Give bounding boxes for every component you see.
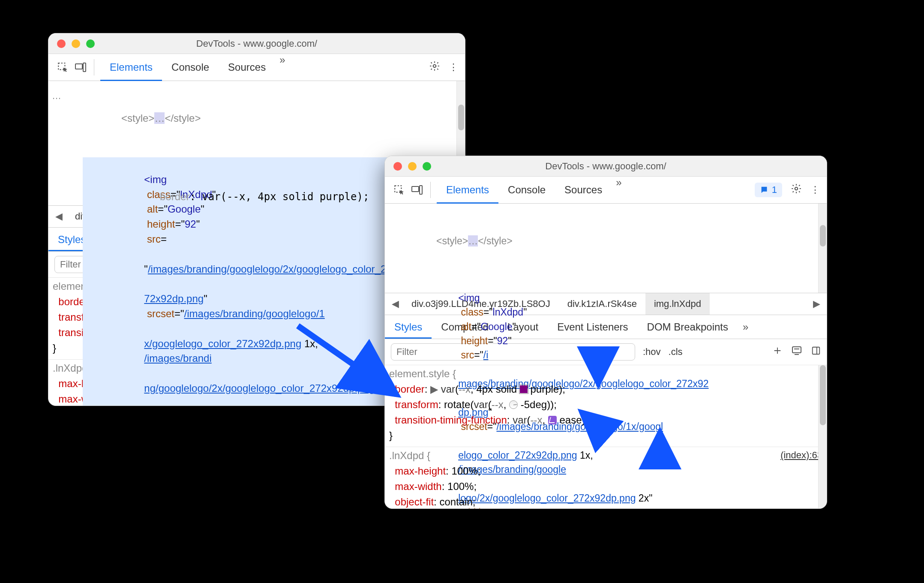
issues-badge[interactable]: 1 [755, 183, 782, 197]
tabs-overflow-icon[interactable]: » [612, 177, 626, 204]
tab-console[interactable]: Console [162, 54, 219, 81]
inspect-icon[interactable] [392, 183, 406, 197]
tab-sources[interactable]: Sources [555, 177, 612, 204]
titlebar[interactable]: DevTools - www.google.com/ [385, 156, 827, 177]
selector-class: .lnXdpd { [389, 450, 430, 461]
kebab-icon[interactable]: ⋮ [449, 62, 458, 73]
devtools-window-after: DevTools - www.google.com/ Elements Cons… [384, 156, 827, 509]
svg-point-5 [795, 187, 798, 190]
svg-rect-0 [75, 64, 82, 69]
selector-element-style: element.style { [389, 368, 456, 379]
inline-style-overlay: border: var(--x, 4px solid purple); [160, 191, 369, 203]
tab-elements[interactable]: Elements [100, 54, 162, 81]
prop-maxh[interactable]: max-height [395, 465, 446, 477]
titlebar[interactable]: DevTools - www.google.com/ [48, 33, 465, 54]
prop-maxw[interactable]: max-width [395, 481, 441, 492]
tab-console[interactable]: Console [498, 177, 555, 204]
window-title: DevTools - www.google.com/ [48, 38, 465, 49]
tab-elements[interactable]: Elements [437, 177, 498, 204]
expand-caret-icon[interactable]: ▶ [430, 383, 438, 395]
angle-swatch-icon[interactable] [509, 400, 518, 409]
tabs-overflow-icon[interactable]: » [275, 54, 289, 81]
main-toolbar: Elements Console Sources » ⋮ [48, 54, 465, 81]
inspect-icon[interactable] [55, 60, 70, 75]
source-ref[interactable]: (index):63 [780, 448, 822, 462]
main-toolbar: Elements Console Sources » 1 ⋮ [385, 177, 827, 204]
styles-pane[interactable]: element.style { border: ▶ var(--x, 4px s… [385, 365, 827, 509]
prop-objectfit[interactable]: object-fit [395, 496, 434, 508]
gear-icon[interactable] [791, 183, 802, 197]
svg-rect-1 [83, 63, 86, 72]
tab-sources[interactable]: Sources [219, 54, 275, 81]
prop-ttf[interactable]: transition-timing-function [395, 414, 507, 426]
class-rule[interactable]: (index):63 .lnXdpd { max-height: 100%; m… [385, 447, 827, 509]
prop-border[interactable]: border [395, 383, 424, 395]
kebab-icon[interactable]: ⋮ [810, 184, 820, 195]
element-style-rule[interactable]: element.style { border: ▶ var(--x, 4px s… [385, 365, 827, 447]
color-swatch-icon[interactable] [520, 385, 528, 393]
svg-point-2 [433, 65, 436, 68]
gear-icon[interactable] [429, 60, 440, 74]
device-toggle-icon[interactable] [73, 60, 88, 75]
device-toggle-icon[interactable] [410, 183, 424, 197]
dom-prev-line: <style>…</style> [121, 111, 454, 126]
bezier-swatch-icon[interactable] [548, 416, 557, 424]
issues-count: 1 [772, 184, 777, 195]
prop-transform[interactable]: transform [395, 399, 438, 410]
window-title: DevTools - www.google.com/ [385, 161, 827, 172]
elements-tree[interactable]: <style>…</style> <img class="lnXdpd" alt… [385, 204, 827, 293]
svg-rect-3 [412, 186, 419, 192]
dom-prev-line: <style>…</style> [436, 234, 814, 248]
svg-rect-4 [420, 186, 422, 194]
